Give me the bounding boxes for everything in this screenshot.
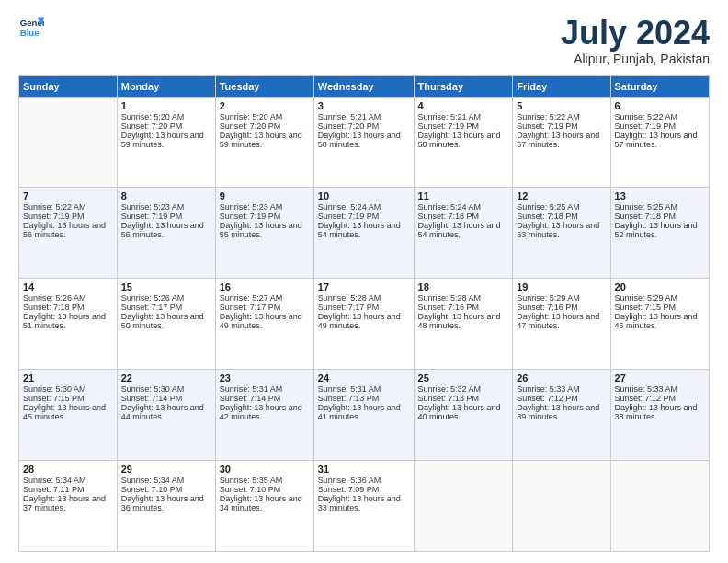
weekday-header-friday: Friday xyxy=(513,75,610,97)
sunrise-text: Sunrise: 5:26 AM xyxy=(23,293,113,303)
daylight-text: Daylight: 13 hours and 52 minutes. xyxy=(615,221,705,239)
weekday-header-saturday: Saturday xyxy=(610,75,709,97)
daylight-text: Daylight: 13 hours and 53 minutes. xyxy=(517,221,606,239)
daylight-text: Daylight: 13 hours and 42 minutes. xyxy=(220,403,310,421)
daylight-text: Daylight: 13 hours and 33 minutes. xyxy=(318,494,410,512)
sunset-text: Sunset: 7:12 PM xyxy=(517,394,606,403)
sunrise-text: Sunrise: 5:22 AM xyxy=(23,202,113,212)
day-number: 2 xyxy=(220,100,310,111)
sunrise-text: Sunrise: 5:34 AM xyxy=(121,476,211,485)
sunrise-text: Sunrise: 5:29 AM xyxy=(517,293,606,303)
day-number: 28 xyxy=(23,464,113,475)
sunrise-text: Sunrise: 5:22 AM xyxy=(517,112,606,121)
calendar-cell: 14Sunrise: 5:26 AMSunset: 7:18 PMDayligh… xyxy=(19,279,118,370)
sunset-text: Sunset: 7:18 PM xyxy=(615,212,705,221)
week-row-3: 14Sunrise: 5:26 AMSunset: 7:18 PMDayligh… xyxy=(19,279,710,370)
daylight-text: Daylight: 13 hours and 38 minutes. xyxy=(615,403,705,421)
day-number: 29 xyxy=(121,464,211,475)
calendar-cell: 8Sunrise: 5:23 AMSunset: 7:19 PMDaylight… xyxy=(117,188,215,279)
month-title: July 2024 xyxy=(561,15,710,52)
sunset-text: Sunset: 7:19 PM xyxy=(318,212,410,221)
sunrise-text: Sunrise: 5:24 AM xyxy=(418,202,509,212)
sunset-text: Sunset: 7:20 PM xyxy=(318,121,410,131)
calendar-cell xyxy=(610,461,709,552)
daylight-text: Daylight: 13 hours and 44 minutes. xyxy=(121,403,211,421)
daylight-text: Daylight: 13 hours and 57 minutes. xyxy=(615,131,705,149)
day-number: 9 xyxy=(220,190,310,201)
calendar-cell: 29Sunrise: 5:34 AMSunset: 7:10 PMDayligh… xyxy=(117,461,215,552)
day-number: 17 xyxy=(318,282,410,293)
calendar-cell: 19Sunrise: 5:29 AMSunset: 7:16 PMDayligh… xyxy=(513,279,610,370)
calendar-cell: 2Sunrise: 5:20 AMSunset: 7:20 PMDaylight… xyxy=(215,97,313,188)
daylight-text: Daylight: 13 hours and 46 minutes. xyxy=(615,312,705,330)
day-number: 5 xyxy=(517,100,606,111)
header: General Blue July 2024 Alipur, Punjab, P… xyxy=(18,15,710,66)
sunset-text: Sunset: 7:17 PM xyxy=(121,303,211,312)
day-number: 1 xyxy=(121,100,211,111)
sunset-text: Sunset: 7:11 PM xyxy=(23,485,113,494)
sunset-text: Sunset: 7:16 PM xyxy=(418,303,509,312)
day-number: 14 xyxy=(23,282,113,293)
sunrise-text: Sunrise: 5:28 AM xyxy=(318,293,410,303)
sunset-text: Sunset: 7:19 PM xyxy=(220,212,310,221)
sunrise-text: Sunrise: 5:31 AM xyxy=(220,385,310,394)
sunrise-text: Sunrise: 5:33 AM xyxy=(615,385,705,394)
daylight-text: Daylight: 13 hours and 55 minutes. xyxy=(220,221,310,239)
calendar-cell: 13Sunrise: 5:25 AMSunset: 7:18 PMDayligh… xyxy=(610,188,709,279)
calendar-cell: 11Sunrise: 5:24 AMSunset: 7:18 PMDayligh… xyxy=(414,188,513,279)
sunset-text: Sunset: 7:13 PM xyxy=(318,394,410,403)
calendar-cell: 27Sunrise: 5:33 AMSunset: 7:12 PMDayligh… xyxy=(610,370,709,461)
day-number: 22 xyxy=(121,373,211,384)
sunset-text: Sunset: 7:18 PM xyxy=(23,303,113,312)
daylight-text: Daylight: 13 hours and 57 minutes. xyxy=(517,131,606,149)
week-row-5: 28Sunrise: 5:34 AMSunset: 7:11 PMDayligh… xyxy=(19,461,710,552)
sunset-text: Sunset: 7:13 PM xyxy=(418,394,509,403)
day-number: 23 xyxy=(220,373,310,384)
day-number: 25 xyxy=(418,373,509,384)
weekday-header-monday: Monday xyxy=(117,75,215,97)
sunset-text: Sunset: 7:09 PM xyxy=(318,485,410,494)
logo-icon: General Blue xyxy=(18,15,44,40)
sunrise-text: Sunrise: 5:20 AM xyxy=(220,112,310,121)
day-number: 19 xyxy=(517,282,606,293)
sunset-text: Sunset: 7:14 PM xyxy=(220,394,310,403)
sunset-text: Sunset: 7:10 PM xyxy=(220,485,310,494)
day-number: 18 xyxy=(418,282,509,293)
daylight-text: Daylight: 13 hours and 48 minutes. xyxy=(418,312,509,330)
calendar-cell: 25Sunrise: 5:32 AMSunset: 7:13 PMDayligh… xyxy=(414,370,513,461)
daylight-text: Daylight: 13 hours and 47 minutes. xyxy=(517,312,606,330)
calendar-cell: 1Sunrise: 5:20 AMSunset: 7:20 PMDaylight… xyxy=(117,97,215,188)
calendar-cell: 12Sunrise: 5:25 AMSunset: 7:18 PMDayligh… xyxy=(513,188,610,279)
calendar-cell: 15Sunrise: 5:26 AMSunset: 7:17 PMDayligh… xyxy=(117,279,215,370)
calendar-cell: 28Sunrise: 5:34 AMSunset: 7:11 PMDayligh… xyxy=(19,461,118,552)
sunrise-text: Sunrise: 5:25 AM xyxy=(615,202,705,212)
daylight-text: Daylight: 13 hours and 56 minutes. xyxy=(23,221,113,239)
week-row-4: 21Sunrise: 5:30 AMSunset: 7:15 PMDayligh… xyxy=(19,370,710,461)
sunrise-text: Sunrise: 5:21 AM xyxy=(418,112,509,121)
sunrise-text: Sunrise: 5:28 AM xyxy=(418,293,509,303)
weekday-header-thursday: Thursday xyxy=(414,75,513,97)
day-number: 8 xyxy=(121,190,211,201)
daylight-text: Daylight: 13 hours and 49 minutes. xyxy=(318,312,410,330)
location-subtitle: Alipur, Punjab, Pakistan xyxy=(561,52,710,66)
calendar-cell: 20Sunrise: 5:29 AMSunset: 7:15 PMDayligh… xyxy=(610,279,709,370)
day-number: 15 xyxy=(121,282,211,293)
day-number: 7 xyxy=(23,190,113,201)
calendar-cell: 16Sunrise: 5:27 AMSunset: 7:17 PMDayligh… xyxy=(215,279,313,370)
sunrise-text: Sunrise: 5:35 AM xyxy=(220,476,310,485)
daylight-text: Daylight: 13 hours and 36 minutes. xyxy=(121,494,211,512)
sunset-text: Sunset: 7:15 PM xyxy=(615,303,705,312)
calendar-cell: 22Sunrise: 5:30 AMSunset: 7:14 PMDayligh… xyxy=(117,370,215,461)
day-number: 26 xyxy=(517,373,606,384)
daylight-text: Daylight: 13 hours and 59 minutes. xyxy=(220,131,310,149)
weekday-header-tuesday: Tuesday xyxy=(215,75,313,97)
sunset-text: Sunset: 7:17 PM xyxy=(318,303,410,312)
sunrise-text: Sunrise: 5:30 AM xyxy=(23,385,113,394)
calendar-cell xyxy=(414,461,513,552)
daylight-text: Daylight: 13 hours and 34 minutes. xyxy=(220,494,310,512)
calendar-cell: 21Sunrise: 5:30 AMSunset: 7:15 PMDayligh… xyxy=(19,370,118,461)
sunset-text: Sunset: 7:19 PM xyxy=(23,212,113,221)
daylight-text: Daylight: 13 hours and 51 minutes. xyxy=(23,312,113,330)
weekday-header-row: SundayMondayTuesdayWednesdayThursdayFrid… xyxy=(19,75,710,97)
day-number: 6 xyxy=(615,100,705,111)
